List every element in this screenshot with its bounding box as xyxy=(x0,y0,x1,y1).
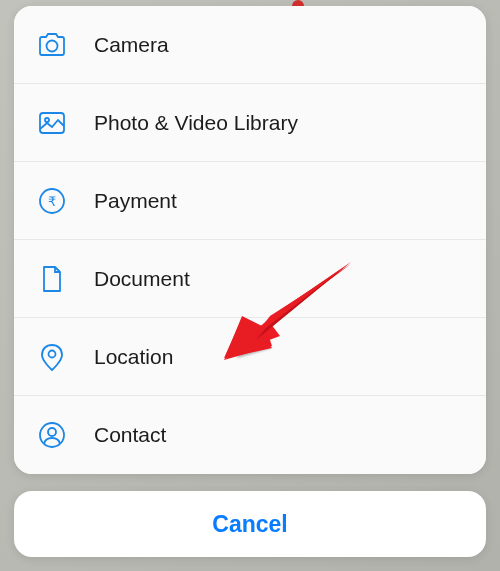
svg-point-7 xyxy=(48,428,56,436)
payment-icon: ₹ xyxy=(34,183,70,219)
camera-button[interactable]: Camera xyxy=(14,6,486,84)
document-icon xyxy=(34,261,70,297)
location-button[interactable]: Location xyxy=(14,318,486,396)
photo-icon xyxy=(34,105,70,141)
svg-text:₹: ₹ xyxy=(48,194,56,209)
camera-icon xyxy=(34,27,70,63)
contact-label: Contact xyxy=(94,423,166,447)
document-button[interactable]: Document xyxy=(14,240,486,318)
photo-library-label: Photo & Video Library xyxy=(94,111,298,135)
photo-library-button[interactable]: Photo & Video Library xyxy=(14,84,486,162)
cancel-button[interactable]: Cancel xyxy=(14,491,486,557)
payment-label: Payment xyxy=(94,189,177,213)
payment-button[interactable]: ₹ Payment xyxy=(14,162,486,240)
document-label: Document xyxy=(94,267,190,291)
cancel-label: Cancel xyxy=(212,511,287,538)
svg-point-5 xyxy=(49,350,56,357)
camera-label: Camera xyxy=(94,33,169,57)
svg-point-0 xyxy=(47,40,58,51)
contact-button[interactable]: Contact xyxy=(14,396,486,474)
svg-point-2 xyxy=(45,118,49,122)
contact-icon xyxy=(34,417,70,453)
action-sheet: Camera Photo & Video Library ₹ Payment xyxy=(14,6,486,474)
location-label: Location xyxy=(94,345,173,369)
location-icon xyxy=(34,339,70,375)
